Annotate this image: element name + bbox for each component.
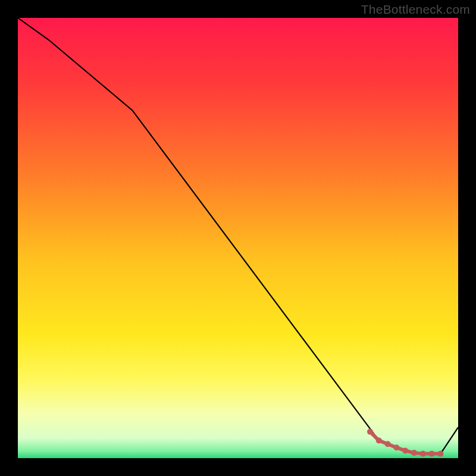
svg-point-3 bbox=[393, 444, 399, 450]
svg-point-8 bbox=[437, 451, 443, 457]
svg-point-2 bbox=[385, 441, 391, 447]
chart-container: TheBottleneck.com bbox=[0, 0, 476, 476]
svg-point-7 bbox=[429, 451, 435, 457]
chart-svg bbox=[18, 18, 458, 458]
gradient-background bbox=[18, 18, 458, 458]
svg-point-4 bbox=[402, 447, 408, 453]
svg-point-6 bbox=[420, 451, 426, 457]
svg-point-0 bbox=[367, 429, 373, 435]
plot-area bbox=[18, 18, 458, 458]
svg-point-5 bbox=[411, 450, 417, 456]
watermark-text: TheBottleneck.com bbox=[361, 2, 470, 17]
svg-point-1 bbox=[376, 437, 382, 443]
